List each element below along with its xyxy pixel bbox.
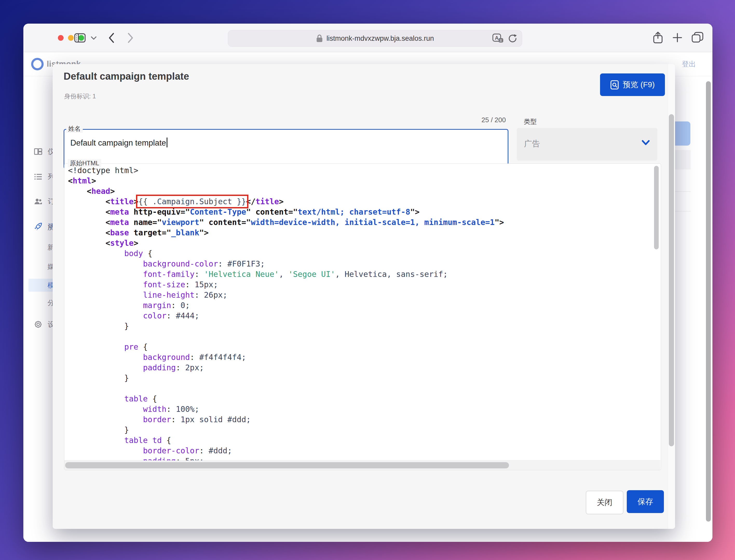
browser-window: listmonk-mdvxzwpw.bja.sealos.run A文 (23, 24, 712, 542)
code-line: font-family: 'Helvetica Neue', 'Segoe UI… (68, 269, 504, 279)
dialog-scrollbar-thumb[interactable] (669, 114, 674, 446)
code-line: width: 100%; (68, 404, 504, 414)
save-button[interactable]: 保存 (627, 490, 664, 513)
dialog-identity: 身份标识: 1 (64, 92, 96, 100)
type-label: 类型 (524, 117, 537, 126)
editor-horizontal-scrollbar[interactable] (64, 460, 660, 470)
char-counter: 25 / 200 (458, 116, 506, 124)
tab-overview-icon[interactable] (691, 31, 704, 44)
html-code-editor[interactable]: <!doctype html><html> <head> <title>{{ .… (64, 163, 661, 470)
editor-label: 原始HTML (68, 159, 101, 167)
campaigns-icon (34, 222, 43, 231)
code-line: background-color: #F0F1F3; (68, 259, 504, 269)
code-line (68, 331, 504, 342)
dialog-title: Default campaign template (64, 71, 189, 82)
code-line: <html> (68, 176, 504, 186)
template-edit-dialog: Default campaign template 身份标识: 1 预览 (F9… (53, 64, 675, 529)
code-line: <style> (68, 238, 504, 248)
editor-horizontal-scrollbar-thumb[interactable] (65, 462, 509, 468)
lock-icon (316, 34, 323, 43)
code-line: <meta name="viewport" content="width=dev… (68, 217, 504, 228)
new-tab-icon[interactable] (672, 32, 683, 43)
address-bar[interactable]: listmonk-mdvxzwpw.bja.sealos.run A文 (228, 30, 522, 47)
code-line: <title>{{ .Campaign.Subject }}</title> (68, 196, 504, 207)
code-line: <meta http-equiv="Content-Type" content=… (68, 207, 504, 217)
code-line: table { (68, 394, 504, 404)
table-header-partial (675, 150, 691, 169)
code-line: <!doctype html> (68, 165, 504, 176)
back-icon[interactable] (107, 32, 115, 44)
code-line: border-color: #ddd; (68, 446, 504, 456)
logout-link[interactable]: 登出 (682, 59, 696, 69)
table-row-divider (675, 191, 691, 192)
listmonk-logo-icon (31, 58, 44, 70)
sidebar-toggle-icon[interactable] (74, 33, 86, 43)
code-line: font-size: 15px; (68, 279, 504, 290)
dialog-scrollbar-track[interactable] (668, 64, 675, 529)
close-window-icon[interactable] (58, 35, 64, 41)
preview-document-icon (610, 80, 619, 90)
type-select[interactable]: 广告 (517, 128, 657, 161)
dashboard-icon (34, 147, 43, 156)
editor-vertical-scrollbar[interactable] (654, 166, 659, 249)
code-line: color: #444; (68, 311, 504, 321)
svg-text:A: A (495, 35, 499, 41)
code-line (68, 383, 504, 394)
red-annotation-box: {{ .Campaign.Subject }} (138, 197, 246, 206)
share-icon[interactable] (652, 31, 663, 44)
subscribers-icon (34, 197, 43, 206)
minimize-window-icon[interactable] (68, 35, 74, 41)
page-scrollbar[interactable] (706, 81, 711, 522)
code-line: } (68, 321, 504, 331)
url-text: listmonk-mdvxzwpw.bja.sealos.run (326, 35, 434, 43)
code-line: border: 1px solid #ddd; (68, 414, 504, 425)
sidebar-chevron-down-icon[interactable] (90, 36, 97, 40)
code-line: <base target="_blank"> (68, 228, 504, 238)
preview-label: 预览 (F9) (623, 79, 655, 90)
type-value: 广告 (524, 138, 540, 149)
name-input[interactable] (64, 129, 508, 169)
code-line: table td { (68, 435, 504, 446)
name-label: 姓名 (66, 125, 83, 133)
table-row-divider (675, 211, 691, 211)
gear-icon (34, 320, 43, 329)
preview-button[interactable]: 预览 (F9) (600, 73, 665, 96)
chevron-down-icon (641, 139, 650, 146)
code-line: } (68, 425, 504, 435)
code-line: padding: 2px; (68, 363, 504, 373)
name-value: Default campaign template (70, 138, 167, 148)
reload-icon[interactable] (508, 33, 517, 43)
lists-icon (34, 172, 43, 181)
code-line: line-height: 26px; (68, 290, 504, 300)
code-line: body { (68, 248, 504, 259)
translate-icon[interactable]: A文 (492, 33, 504, 43)
code-content: <!doctype html><html> <head> <title>{{ .… (68, 165, 504, 470)
svg-text:文: 文 (499, 39, 502, 42)
close-button[interactable]: 关闭 (586, 491, 623, 514)
code-line: } (68, 373, 504, 383)
code-line: <head> (68, 186, 504, 196)
code-line: margin: 0; (68, 300, 504, 311)
forward-icon[interactable] (127, 32, 134, 44)
text-caret (167, 138, 167, 147)
browser-toolbar: listmonk-mdvxzwpw.bja.sealos.run A文 (23, 24, 712, 52)
code-line: pre { (68, 342, 504, 352)
code-line: background: #f4f4f4f4; (68, 352, 504, 363)
